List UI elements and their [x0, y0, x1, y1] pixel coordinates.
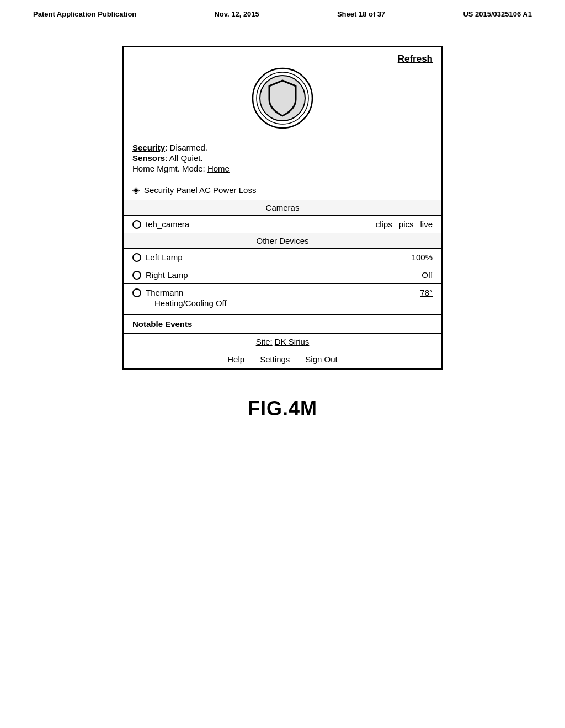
- camera-row: teh_camera clips pics live: [124, 216, 441, 233]
- sensors-label: Sensors: [132, 153, 165, 163]
- site-row: Site: DK Sirius: [124, 334, 441, 350]
- security-status: Security: Disarmed.: [132, 143, 433, 152]
- site-value-link[interactable]: DK Sirius: [275, 337, 310, 346]
- cameras-header: Cameras: [124, 200, 441, 215]
- thermostat-block: Thermann 78° Heating/Cooling Off: [124, 284, 441, 312]
- divider-8: [124, 312, 441, 312]
- fig-label: FIG.4M: [248, 397, 317, 420]
- alert-row: ◈ Security Panel AC Power Loss: [124, 180, 441, 200]
- notable-events-row: Notable Events: [124, 315, 441, 333]
- shield-container: [247, 62, 318, 134]
- alert-icon: ◈: [132, 184, 140, 196]
- notable-events-link[interactable]: Notable Events: [132, 319, 192, 329]
- thermostat-name: Thermann: [146, 288, 183, 297]
- other-devices-header: Other Devices: [124, 233, 441, 248]
- footer-row: Help Settings Sign Out: [124, 350, 441, 368]
- left-lamp-row: Left Lamp 100%: [124, 249, 441, 266]
- right-lamp-row: Right Lamp Off: [124, 266, 441, 283]
- security-value: Disarmed.: [170, 143, 207, 152]
- right-lamp-left: Right Lamp: [132, 270, 188, 280]
- camera-clips-link[interactable]: clips: [376, 220, 392, 229]
- home-mgmt-value[interactable]: Home: [207, 164, 230, 173]
- camera-circle-icon: [132, 220, 141, 229]
- patent-sheet: Sheet 18 of 37: [337, 10, 385, 18]
- thermostat-top: Thermann 78°: [132, 288, 433, 297]
- camera-name: teh_camera: [146, 220, 189, 229]
- right-lamp-status[interactable]: Off: [422, 270, 433, 280]
- thermostat-temp[interactable]: 78°: [420, 288, 433, 297]
- thermostat-sub: Heating/Cooling Off: [154, 298, 433, 308]
- refresh-button[interactable]: Refresh: [398, 53, 433, 65]
- right-lamp-name: Right Lamp: [146, 270, 188, 280]
- camera-pics-link[interactable]: pics: [399, 220, 414, 229]
- thermostat-left: Thermann: [132, 288, 183, 297]
- alert-text: Security Panel AC Power Loss: [144, 185, 256, 195]
- sensors-status: Sensors: All Quiet.: [132, 153, 433, 163]
- home-mgmt-status: Home Mgmt. Mode: Home: [132, 164, 433, 173]
- settings-link[interactable]: Settings: [260, 355, 290, 364]
- main-panel: Refresh Security: Disarmed. Sensors: All…: [122, 46, 443, 370]
- right-lamp-icon: [132, 271, 141, 280]
- left-lamp-left: Left Lamp: [132, 253, 183, 262]
- right-lamp-value: Off: [422, 270, 433, 280]
- security-label: Security: [132, 143, 165, 152]
- patent-date: Nov. 12, 2015: [214, 10, 259, 18]
- security-icon: [249, 65, 316, 131]
- sensors-value: All Quiet.: [169, 153, 203, 163]
- left-lamp-name: Left Lamp: [146, 253, 183, 262]
- home-mgmt-label: Home Mgmt. Mode:: [132, 164, 205, 173]
- patent-left: Patent Application Publication: [33, 10, 136, 18]
- left-lamp-status[interactable]: 100%: [412, 253, 433, 262]
- help-link[interactable]: Help: [227, 355, 244, 364]
- status-section: Security: Disarmed. Sensors: All Quiet. …: [124, 138, 441, 180]
- left-lamp-value: 100%: [412, 253, 433, 262]
- camera-live-link[interactable]: live: [420, 220, 433, 229]
- camera-links: clips pics live: [376, 220, 433, 229]
- thermostat-icon: [132, 288, 141, 297]
- panel-top: Refresh: [124, 47, 441, 138]
- patent-number: US 2015/0325106 A1: [463, 10, 532, 18]
- left-lamp-icon: [132, 253, 141, 262]
- sign-out-link[interactable]: Sign Out: [305, 355, 337, 364]
- site-label: Site:: [256, 337, 273, 346]
- thermostat-value: 78°: [420, 288, 433, 297]
- camera-left: teh_camera: [132, 220, 189, 229]
- svg-point-2: [260, 76, 305, 121]
